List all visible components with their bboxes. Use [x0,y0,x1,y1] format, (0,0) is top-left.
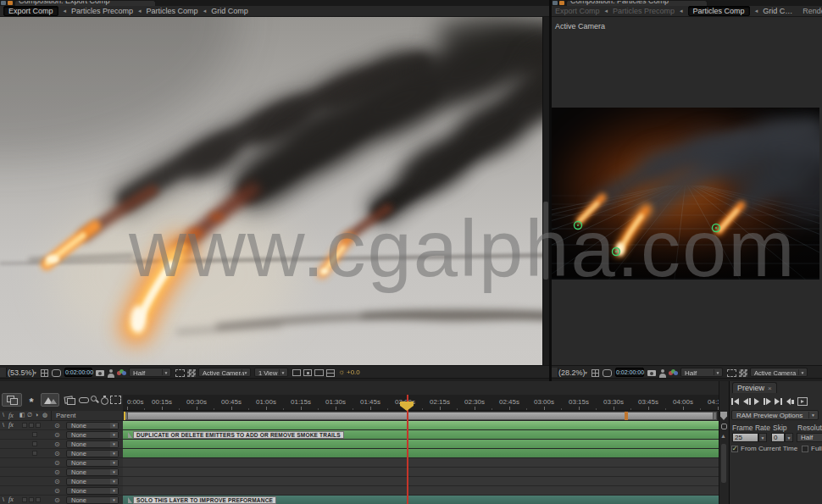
pick-whip-icon[interactable]: ⊙ [54,468,60,476]
pick-whip-icon[interactable]: ⊙ [54,459,60,467]
chevron-down-icon[interactable]: ▼ [110,432,118,438]
chevron-down-icon[interactable]: ▼ [110,479,118,485]
layer-switch-box[interactable] [32,441,37,446]
view-layout-3d-dropdown[interactable]: Active Camera▼ [750,368,808,377]
parent-dropdown[interactable]: None▼ [66,468,119,476]
transparency-grid-icon[interactable] [187,369,196,377]
pick-whip-icon[interactable]: ⊙ [54,487,60,495]
frame-rate-field[interactable]: 25 [732,433,758,442]
ram-preview-button[interactable] [797,397,808,407]
breadcrumb-item[interactable]: Particles Comp [688,6,750,16]
breadcrumb-item[interactable]: Particles Comp [147,7,198,15]
play-button[interactable] [754,397,759,407]
zoom-tool-button[interactable] [90,393,100,407]
shy-layers-button[interactable] [63,393,76,407]
magnification-dropdown[interactable]: (53.5%) [8,368,35,377]
scroll-up-icon[interactable]: ▲ [720,433,726,439]
parent-dropdown[interactable]: None▼ [66,440,119,448]
layer-switch-box[interactable] [29,497,34,502]
layer-switch-box[interactable] [36,497,41,502]
layer-duration-bar[interactable] [123,458,719,468]
auto-keyframe-button[interactable] [100,393,109,407]
breadcrumb-item[interactable]: Export Comp [3,6,58,16]
exposure-value[interactable]: +0.0 [347,368,360,376]
composition-mini-flowchart-button[interactable] [2,393,22,407]
layer-switch-box[interactable] [22,423,27,428]
resolution-dropdown[interactable]: Half▼ [680,368,723,377]
preview-resolution-dropdown[interactable]: Half [797,433,822,442]
viewer-scrollbar-thumb[interactable] [543,202,548,280]
parent-dropdown[interactable]: None▼ [66,431,119,439]
breadcrumb-item[interactable]: Particles Precomp [71,7,133,15]
skip-dropdown-arrow[interactable]: ▼ [785,433,793,442]
parent-column-header[interactable]: Parent [56,412,76,419]
pick-whip-icon[interactable]: ⊙ [54,440,60,448]
resolution-dropdown[interactable]: Half▼ [129,368,171,377]
view-count-dropdown[interactable]: 1 View▼ [254,368,288,377]
pixel-aspect-icon[interactable] [326,369,335,377]
layer-duration-bar[interactable]: SOLO THIS LAYER TO IMPROVE PREFORMANCE [123,496,719,504]
grid-options-icon[interactable] [592,369,599,377]
chevron-down-icon[interactable]: ▼ [110,451,118,457]
grid-options-icon[interactable] [41,369,48,377]
composition-viewport-left[interactable] [0,17,542,365]
fx-switch[interactable]: fx [8,496,14,503]
mask-visibility-icon[interactable] [603,369,612,377]
next-frame-button[interactable] [764,397,771,407]
layer-duration-bar[interactable] [123,440,719,449]
from-current-time-checkbox[interactable]: ✓ [731,446,738,452]
pick-whip-icon[interactable]: ⊙ [54,496,60,504]
chevron-down-icon[interactable]: ▼ [110,423,118,429]
breadcrumb-item[interactable]: Grid Comp [211,7,248,15]
always-preview-icon[interactable] [552,368,558,377]
timeline-ruler[interactable]: 0:00s00:15s00:30s00:45s01:00s01:15s01:30… [123,395,719,411]
snapshot-camera-icon[interactable] [647,370,656,376]
layer-switch-box[interactable] [32,451,37,456]
work-area-bar[interactable] [124,412,717,420]
parent-dropdown[interactable]: None▼ [66,459,119,467]
show-channels-icon[interactable] [117,369,126,377]
layer-duration-bar[interactable] [123,486,719,496]
skip-field[interactable]: 0 [771,433,785,442]
always-preview-icon[interactable] [0,368,7,377]
current-time-indicator[interactable] [407,395,408,504]
ram-preview-options-dropdown[interactable]: RAM Preview Options▼ [731,410,819,420]
film-icon[interactable] [314,369,324,376]
chevron-down-icon[interactable]: ▼ [110,441,118,447]
chevron-down-icon[interactable]: ▼ [110,469,118,475]
breadcrumb-item[interactable]: Particles Precomp [613,7,675,15]
layer-switch-box[interactable] [36,423,41,428]
layer-duration-bar[interactable] [123,477,719,486]
snapshot-camera-icon[interactable] [96,370,104,376]
layer-switch-box[interactable] [32,432,37,437]
exposure-sun-icon[interactable]: ☼ [338,368,345,376]
composition-viewport-right[interactable] [552,108,819,280]
region-of-interest-icon[interactable] [175,369,185,377]
share-view-icon[interactable] [292,369,301,376]
first-frame-button[interactable] [731,397,739,407]
chevron-down-icon[interactable]: ▼ [110,488,118,494]
breadcrumb-item[interactable]: Grid C… [763,7,792,15]
layer-duration-bar[interactable] [123,449,719,458]
timeline-scrollbar-thumb[interactable] [721,444,726,483]
composition-marker[interactable] [625,412,628,420]
layer-switch-box[interactable] [22,497,27,502]
lock-views-icon[interactable] [303,369,312,376]
layer-duration-bar[interactable] [123,421,719,430]
chevron-down-icon[interactable]: ▼ [33,370,37,375]
live-update-button[interactable]: * [25,393,37,407]
last-frame-button[interactable] [775,397,782,407]
chevron-down-icon[interactable]: ▼ [584,370,588,375]
chevron-down-icon[interactable]: ▼ [110,460,118,466]
pick-whip-icon[interactable]: ⊙ [54,431,60,439]
show-channels-icon[interactable] [669,369,678,377]
view-layout-3d-dropdown[interactable]: Active Camera▼ [198,368,251,377]
breadcrumb-item[interactable]: Export Comp [555,7,600,15]
parent-dropdown[interactable]: None▼ [66,496,119,504]
lock-icon[interactable] [721,424,727,429]
quality-switch[interactable]: \ [3,422,4,428]
pick-whip-icon[interactable]: ⊙ [54,422,60,429]
frame-blending-button[interactable] [78,393,89,407]
current-time-display[interactable]: 0:02:00:00 [615,368,644,377]
transparency-grid-icon[interactable] [739,369,747,377]
